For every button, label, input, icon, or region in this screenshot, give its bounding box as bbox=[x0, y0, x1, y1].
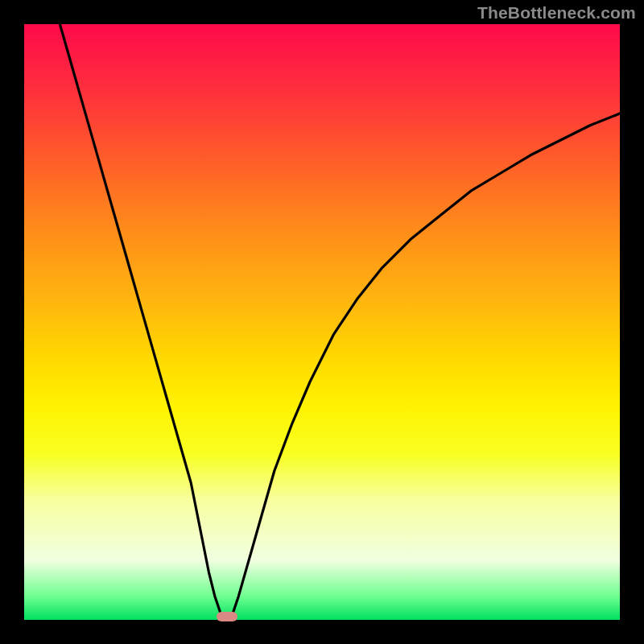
chart-stage: TheBottleneck.com bbox=[0, 0, 644, 644]
optimum-marker bbox=[217, 612, 237, 621]
curve-layer bbox=[24, 24, 620, 620]
watermark-text: TheBottleneck.com bbox=[477, 3, 636, 23]
bottleneck-curve bbox=[60, 24, 620, 617]
plot-area bbox=[24, 24, 620, 620]
